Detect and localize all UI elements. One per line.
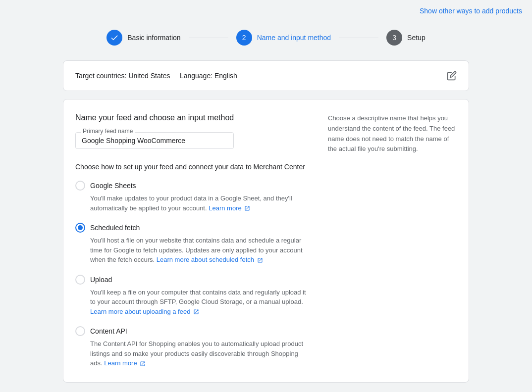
radio-desc-scheduled-fetch: You'll host a file on your website that …: [75, 236, 308, 265]
learn-more-content-api-link[interactable]: Learn more: [104, 359, 137, 367]
radio-item-content-api: Content API The Content API for Shopping…: [75, 326, 308, 368]
radio-header-google-sheets[interactable]: Google Sheets: [75, 181, 308, 191]
external-link-icon: [244, 205, 250, 211]
step-3-label: Setup: [407, 34, 426, 42]
step-1-label: Basic information: [127, 34, 180, 42]
form-title: Name your feed and choose an input metho…: [75, 113, 308, 122]
stepper: Basic information 2 Name and input metho…: [0, 20, 532, 60]
step-setup: 3 Setup: [386, 30, 426, 46]
show-other-ways-link[interactable]: Show other ways to add products: [420, 7, 522, 15]
top-bar: Show other ways to add products: [0, 0, 532, 20]
radio-label-upload: Upload: [90, 276, 112, 284]
radio-item-google-sheets: Google Sheets You'll make updates to you…: [75, 181, 308, 213]
radio-desc-upload-text: You'll keep a file on your computer that…: [90, 289, 306, 306]
radio-label-google-sheets: Google Sheets: [90, 182, 136, 190]
form-card-inner: Name your feed and choose an input metho…: [75, 113, 457, 368]
hint-text: Choose a descriptive name that helps you…: [328, 113, 457, 154]
feed-name-label: Primary feed name: [81, 128, 135, 135]
step-name-and-input: 2 Name and input method: [236, 30, 331, 46]
radio-header-scheduled-fetch[interactable]: Scheduled fetch: [75, 223, 308, 233]
form-hint: Choose a descriptive name that helps you…: [328, 113, 457, 368]
feed-name-field-wrapper: Primary feed name: [75, 132, 234, 149]
info-card: Target countries: United States Language…: [63, 60, 469, 91]
radio-label-content-api: Content API: [90, 327, 127, 335]
radio-header-content-api[interactable]: Content API: [75, 326, 308, 336]
main-content: Target countries: United States Language…: [53, 60, 479, 383]
radio-desc-upload: You'll keep a file on your computer that…: [75, 288, 308, 317]
external-link-icon-3: [193, 309, 199, 315]
connect-label: Choose how to set up your feed and conne…: [75, 163, 308, 171]
external-link-icon-2: [257, 257, 263, 263]
info-card-text: Target countries: United States Language…: [75, 72, 237, 80]
target-countries: Target countries: United States: [75, 72, 170, 80]
radio-item-scheduled-fetch: Scheduled fetch You'll host a file on yo…: [75, 223, 308, 265]
learn-more-upload-link[interactable]: Learn more about uploading a feed: [90, 308, 190, 315]
action-bar: Continue Back: [53, 383, 479, 392]
learn-more-google-sheets-link[interactable]: Learn more: [209, 204, 241, 212]
radio-inner-scheduled-fetch: [78, 225, 83, 230]
input-method-radio-group: Google Sheets You'll make updates to you…: [75, 181, 308, 368]
radio-desc-content-api: The Content API for Shopping enables you…: [75, 339, 308, 368]
step-basic-information: Basic information: [106, 30, 180, 46]
radio-header-upload[interactable]: Upload: [75, 275, 308, 285]
language: Language: English: [180, 72, 237, 80]
feed-name-input[interactable]: [82, 137, 227, 145]
step-3-number: 3: [392, 34, 396, 42]
connector-1: [189, 38, 228, 38]
radio-btn-content-api[interactable]: [75, 326, 85, 336]
check-icon: [110, 33, 119, 42]
radio-desc-google-sheets: You'll make updates to your product data…: [75, 194, 308, 213]
step-1-circle: [106, 30, 122, 46]
form-card: Name your feed and choose an input metho…: [63, 99, 469, 383]
step-3-circle: 3: [386, 30, 402, 46]
step-2-circle: 2: [236, 30, 252, 46]
step-2-label: Name and input method: [257, 34, 331, 42]
external-link-icon-4: [140, 361, 146, 367]
radio-btn-google-sheets[interactable]: [75, 181, 85, 191]
radio-btn-scheduled-fetch[interactable]: [75, 223, 85, 233]
learn-more-scheduled-fetch-link[interactable]: Learn more about scheduled fetch: [157, 256, 254, 263]
radio-btn-upload[interactable]: [75, 275, 85, 285]
radio-label-scheduled-fetch: Scheduled fetch: [90, 224, 140, 232]
edit-icon-button[interactable]: [447, 71, 457, 81]
step-2-number: 2: [242, 34, 246, 42]
connector-2: [339, 38, 378, 38]
form-left: Name your feed and choose an input metho…: [75, 113, 308, 368]
radio-item-upload: Upload You'll keep a file on your comput…: [75, 275, 308, 317]
radio-desc-google-sheets-text: You'll make updates to your product data…: [90, 195, 292, 212]
